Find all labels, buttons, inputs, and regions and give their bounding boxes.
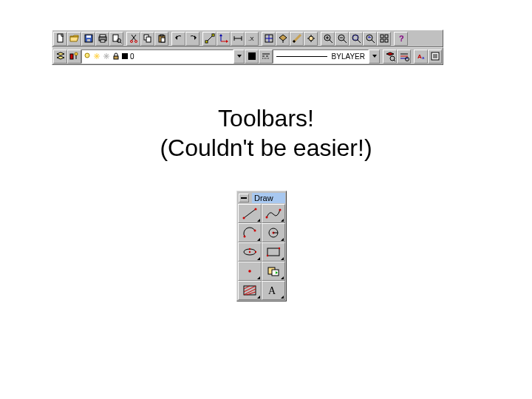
svg-point-13 xyxy=(134,41,137,43)
svg-point-78 xyxy=(243,217,245,219)
open-file-button[interactable] xyxy=(67,32,81,46)
ellipse-tool-button[interactable] xyxy=(238,242,262,262)
flyout-indicator-icon xyxy=(281,238,284,241)
color-control-button[interactable] xyxy=(245,50,259,64)
svg-point-55 xyxy=(75,52,78,55)
svg-point-79 xyxy=(255,208,257,211)
svg-line-9 xyxy=(120,42,122,44)
system-menu-icon[interactable] xyxy=(239,194,249,202)
svg-rect-54 xyxy=(70,54,73,59)
distance-button[interactable] xyxy=(231,32,245,46)
flyout-indicator-icon xyxy=(281,257,284,260)
layer-dropdown[interactable]: 0 xyxy=(81,50,233,64)
svg-rect-91 xyxy=(267,248,279,256)
svg-line-66 xyxy=(394,60,395,61)
help-button[interactable]: ? xyxy=(394,32,408,46)
text-tool-button[interactable]: A xyxy=(262,281,285,300)
svg-point-81 xyxy=(279,209,282,211)
print-button[interactable] xyxy=(95,32,109,46)
svg-rect-60 xyxy=(248,52,256,60)
save-button[interactable] xyxy=(81,32,95,46)
polyline-tool-button[interactable] xyxy=(262,204,285,223)
svg-text:a: a xyxy=(422,55,425,60)
svg-line-98 xyxy=(244,286,250,289)
svg-line-77 xyxy=(244,209,256,218)
svg-point-90 xyxy=(249,248,250,250)
zoom-out-button[interactable] xyxy=(335,32,349,46)
draw-toolbar-title: Draw xyxy=(252,193,285,203)
svg-rect-18 xyxy=(161,38,165,42)
linetype-dropdown[interactable]: BYLAYER xyxy=(273,50,369,64)
named-views-button[interactable] xyxy=(276,32,290,46)
layers-button[interactable] xyxy=(53,50,67,64)
draw-tool-grid: A xyxy=(238,204,285,300)
svg-rect-17 xyxy=(160,35,163,36)
circle-tool-button[interactable] xyxy=(262,223,285,242)
redo-button[interactable] xyxy=(185,32,200,46)
svg-point-80 xyxy=(266,216,268,219)
svg-marker-48 xyxy=(368,36,369,38)
svg-point-89 xyxy=(255,251,256,253)
new-file-button[interactable] xyxy=(53,32,67,46)
paste-button[interactable] xyxy=(154,32,168,46)
slide-caption: Toolbars! (Couldn't be easier!) xyxy=(0,103,532,163)
flyout-indicator-icon xyxy=(281,276,284,279)
svg-rect-22 xyxy=(205,41,208,43)
print-preview-button[interactable] xyxy=(109,32,123,46)
draw-toolbar-titlebar[interactable]: Draw xyxy=(238,192,285,204)
caption-line1: Toolbars! xyxy=(0,103,532,133)
zoom-in-button[interactable] xyxy=(321,32,335,46)
line-tool-button[interactable] xyxy=(238,204,262,223)
svg-rect-6 xyxy=(100,40,105,42)
linetype-icon-button[interactable] xyxy=(259,50,273,64)
rectangle-tool-button[interactable] xyxy=(262,242,285,262)
layer-name-text: 0 xyxy=(130,52,134,61)
match-props-button[interactable] xyxy=(397,50,411,64)
aerial-view-button[interactable] xyxy=(262,32,276,46)
insert-block-tool-button[interactable] xyxy=(262,262,285,281)
hatch-tool-button[interactable] xyxy=(238,281,262,300)
object-properties-toolbar: 0 BYLAYER Aa xyxy=(52,47,443,65)
svg-point-94 xyxy=(248,270,251,273)
standard-toolbar: .X ? xyxy=(52,30,443,47)
flyout-indicator-icon xyxy=(257,276,260,279)
svg-point-88 xyxy=(249,251,250,253)
zoom-window-button[interactable] xyxy=(349,32,363,46)
redraw-button[interactable] xyxy=(290,32,304,46)
flyout-indicator-icon xyxy=(257,257,260,260)
layer-dropdown-arrow[interactable] xyxy=(233,50,245,64)
zoom-previous-button[interactable] xyxy=(363,32,377,46)
pan-button[interactable] xyxy=(304,32,318,46)
svg-line-99 xyxy=(244,286,256,292)
svg-marker-64 xyxy=(372,55,377,58)
zoom-extents-button[interactable] xyxy=(377,32,391,46)
cut-button[interactable] xyxy=(126,32,140,46)
svg-line-37 xyxy=(330,40,332,43)
point-coords-button[interactable]: .X xyxy=(245,32,259,46)
layer-lock-icon xyxy=(112,52,120,60)
svg-rect-0 xyxy=(58,34,63,42)
ucs-flyout-button[interactable] xyxy=(216,32,231,46)
svg-rect-49 xyxy=(381,35,383,38)
svg-point-82 xyxy=(244,236,246,238)
properties-button[interactable]: Aa xyxy=(414,50,428,64)
layer-freeze-vp-icon xyxy=(103,52,110,60)
svg-rect-3 xyxy=(87,39,90,41)
list-button[interactable] xyxy=(428,50,442,64)
svg-marker-20 xyxy=(194,35,197,40)
linetype-dropdown-arrow[interactable] xyxy=(369,50,380,64)
point-tool-button[interactable] xyxy=(238,262,262,281)
svg-rect-45 xyxy=(353,35,358,40)
svg-rect-2 xyxy=(86,35,91,38)
copy-button[interactable] xyxy=(140,32,154,46)
svg-line-44 xyxy=(358,40,361,43)
svg-line-41 xyxy=(344,40,347,43)
svg-rect-15 xyxy=(146,37,151,42)
undo-button[interactable] xyxy=(171,32,185,46)
svg-point-92 xyxy=(267,255,268,256)
layer-control-button[interactable] xyxy=(67,50,81,64)
osnap-flyout-button[interactable] xyxy=(202,32,216,46)
svg-point-83 xyxy=(254,230,256,232)
arc-tool-button[interactable] xyxy=(238,223,262,242)
object-props-button[interactable] xyxy=(383,50,397,64)
